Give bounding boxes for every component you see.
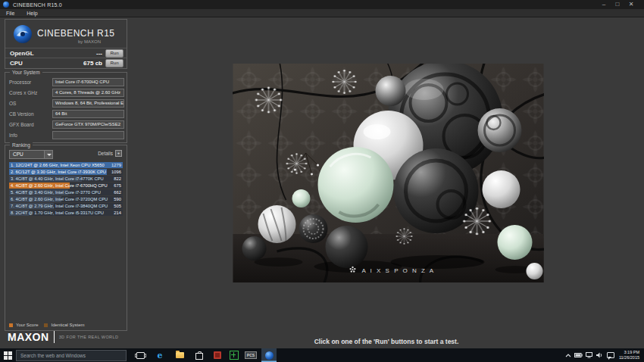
system-field-value[interactable]: Windows 8, 64 Bit, Professional Edition … bbox=[52, 99, 124, 108]
legend-swatch bbox=[9, 323, 13, 327]
system-field-value[interactable] bbox=[52, 131, 124, 139]
ranking-row-score: 1279 bbox=[111, 162, 121, 168]
pcs-app-icon: PCS bbox=[245, 351, 256, 359]
minimize-button[interactable]: – bbox=[597, 0, 611, 9]
red-app-button[interactable] bbox=[210, 348, 225, 362]
ranking-row[interactable]: 7. 4C/8T @ 2.79 GHz, Intel Core i7-3840Q… bbox=[9, 203, 123, 209]
speaker-icon bbox=[596, 352, 603, 358]
cpu-run-button[interactable]: Run bbox=[105, 59, 123, 67]
ranking-row[interactable]: 1. 12C/24T @ 2.66 GHz, Intel Xeon CPU X5… bbox=[9, 162, 123, 168]
tray-overflow-button[interactable] bbox=[563, 348, 574, 362]
cinebench-logo-icon bbox=[13, 24, 33, 44]
battery-icon bbox=[574, 353, 583, 357]
system-field-label: Info bbox=[9, 133, 17, 138]
ranking-row-score: 1096 bbox=[111, 169, 121, 175]
chevron-down-icon[interactable] bbox=[44, 151, 52, 158]
ranking-row-score: 214 bbox=[114, 210, 121, 216]
title-bar[interactable]: CINEBENCH R15.0 – □ ✕ bbox=[0, 0, 644, 9]
legend-label: Identical System bbox=[51, 323, 84, 327]
system-field-label: OS bbox=[9, 101, 16, 106]
edge-icon: e bbox=[158, 351, 163, 360]
store-button[interactable] bbox=[192, 348, 207, 362]
system-field-row: Info bbox=[5, 131, 125, 139]
opengl-score-row: OpenGL --- Run bbox=[5, 48, 127, 58]
logo-subtitle: by MAXON bbox=[78, 39, 101, 44]
ranking-row[interactable]: 6. 4C/8T @ 2.60 GHz, Intel Core i7-3720Q… bbox=[9, 196, 123, 202]
battery-tray-button[interactable] bbox=[574, 348, 584, 362]
edge-taskbar-button[interactable]: e bbox=[152, 348, 167, 362]
app-window: CINEBENCH R15 by MAXON OpenGL --- Run CP… bbox=[0, 17, 644, 348]
system-field-label: Cores x GHz bbox=[9, 90, 37, 95]
action-center-button[interactable] bbox=[605, 348, 616, 362]
system-field-row: Cores x GHz 4 Cores, 8 Threads @ 2.60 GH… bbox=[5, 89, 125, 96]
ranking-row-label: 5. 4C/8T @ 3.40 GHz, Intel Core i7-3770 … bbox=[11, 189, 101, 195]
your-system-legend: Your System bbox=[10, 70, 42, 75]
render-preview-image: A I X S P O N Z A bbox=[233, 64, 544, 282]
system-tray: 3:19 PM 11/26/2015 bbox=[563, 348, 644, 362]
start-button[interactable] bbox=[0, 348, 15, 362]
cpu-score-value: 675 cb bbox=[83, 60, 102, 67]
action-center-icon bbox=[607, 352, 614, 358]
ranking-row[interactable]: 4. 4C/8T @ 2.60 GHz, Intel Core i7-6700H… bbox=[9, 183, 123, 189]
ranking-row-label: 2. 6C/12T @ 3.30 GHz, Intel Core i7-3930… bbox=[11, 169, 106, 175]
clock-time: 3:19 PM bbox=[624, 350, 639, 355]
opengl-score-value: --- bbox=[96, 50, 102, 57]
your-system-panel: Your System Processor Intel Core i7-6700… bbox=[5, 72, 127, 143]
system-field-row: Processor Intel Core i7-6700HQ CPU bbox=[5, 78, 125, 86]
logo-title: CINEBENCH R15 bbox=[37, 28, 115, 39]
taskbar-clock[interactable]: 3:19 PM 11/26/2015 bbox=[616, 348, 644, 362]
ranking-list: 1. 12C/24T @ 2.66 GHz, Intel Xeon CPU X5… bbox=[9, 162, 123, 217]
green-app-icon bbox=[230, 351, 239, 360]
ranking-color-legend: Your Score Identical System bbox=[9, 323, 88, 327]
ranking-row-label: 8. 2C/4T @ 1.70 GHz, Intel Core i5-3317U… bbox=[11, 210, 104, 216]
ranking-row[interactable]: 8. 2C/4T @ 1.70 GHz, Intel Core i5-3317U… bbox=[9, 210, 123, 216]
search-placeholder: Search the web and Windows bbox=[20, 353, 86, 358]
ranking-filter-dropdown[interactable]: CPU bbox=[9, 150, 53, 159]
ranking-row-label: 1. 12C/24T @ 2.66 GHz, Intel Xeon CPU X5… bbox=[11, 162, 105, 168]
menu-help[interactable]: Help bbox=[20, 11, 43, 16]
maximize-button[interactable]: □ bbox=[611, 0, 624, 9]
menu-file[interactable]: File bbox=[0, 11, 20, 16]
ranking-row-label: 7. 4C/8T @ 2.79 GHz, Intel Core i7-3840Q… bbox=[11, 203, 108, 209]
menu-bar: File Help bbox=[0, 9, 644, 17]
file-explorer-button[interactable] bbox=[172, 348, 187, 362]
windows-logo-icon bbox=[4, 351, 12, 360]
pcs-app-button[interactable]: PCS bbox=[243, 348, 258, 362]
task-view-button[interactable] bbox=[133, 348, 148, 362]
opengl-run-button[interactable]: Run bbox=[105, 49, 123, 58]
ranking-row[interactable]: 5. 4C/8T @ 3.40 GHz, Intel Core i7-3770 … bbox=[9, 189, 123, 195]
system-field-value[interactable]: 64 Bit bbox=[52, 110, 124, 118]
system-field-row: GFX Board GeForce GTX 970M/PCIe/SSE2 bbox=[5, 120, 125, 128]
ranking-row-score: 505 bbox=[114, 203, 121, 209]
cpu-score-row: CPU 675 cb Run bbox=[5, 58, 127, 68]
volume-tray-button[interactable] bbox=[595, 348, 605, 362]
network-tray-button[interactable] bbox=[584, 348, 595, 362]
ranking-row[interactable]: 2. 6C/12T @ 3.30 GHz, Intel Core i7-3930… bbox=[9, 169, 123, 175]
ranking-row[interactable]: 3. 4C/8T @ 4.40 GHz, Intel Core i7-4770K… bbox=[9, 176, 123, 182]
run-hint-text: Click on one of the 'Run' buttons to sta… bbox=[129, 338, 644, 345]
green-app-button[interactable] bbox=[227, 348, 242, 362]
maxon-wordmark: MAXON bbox=[8, 331, 55, 343]
maxon-tagline: 3D FOR THE REAL WORLD bbox=[59, 335, 119, 339]
ranking-row-score: 822 bbox=[114, 176, 121, 182]
system-field-value[interactable]: GeForce GTX 970M/PCIe/SSE2 bbox=[52, 120, 124, 129]
legend-label: Your Score bbox=[16, 323, 38, 327]
details-checkbox[interactable]: + bbox=[115, 150, 122, 157]
system-field-value[interactable]: Intel Core i7-6700HQ CPU bbox=[52, 78, 124, 86]
legend-swatch bbox=[44, 323, 48, 327]
close-button[interactable]: ✕ bbox=[624, 0, 638, 9]
system-field-value[interactable]: 4 Cores, 8 Threads @ 2.60 GHz bbox=[52, 89, 124, 97]
cinebench-taskbar-button[interactable] bbox=[261, 348, 277, 362]
task-view-icon bbox=[136, 352, 145, 359]
ranking-row-label: 4. 4C/8T @ 2.60 GHz, Intel Core i7-6700H… bbox=[11, 183, 108, 189]
folder-icon bbox=[176, 352, 184, 358]
taskbar-search-input[interactable]: Search the web and Windows bbox=[16, 350, 127, 361]
cinebench-window-icon bbox=[3, 2, 9, 8]
taskbar: Search the web and Windows e PCS bbox=[0, 348, 644, 362]
ranking-legend: Ranking bbox=[10, 142, 33, 148]
ranking-panel: Ranking CPU Details + 1. 12C/24T @ 2.66 … bbox=[5, 145, 127, 331]
system-field-row: OS Windows 8, 64 Bit, Professional Editi… bbox=[5, 99, 125, 107]
aixsponza-text: A I X S P O N Z A bbox=[362, 267, 436, 274]
system-field-label: GFX Board bbox=[9, 122, 34, 127]
red-app-icon bbox=[214, 351, 221, 359]
